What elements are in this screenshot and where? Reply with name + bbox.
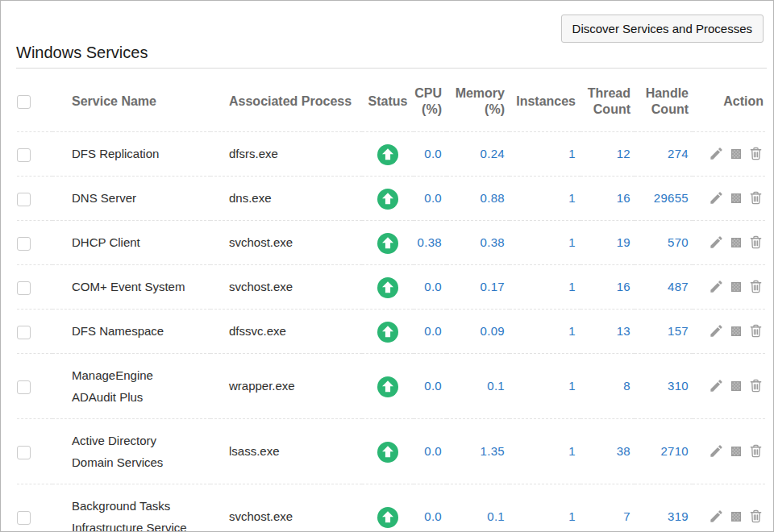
delete-icon[interactable] — [748, 235, 764, 250]
status-up-icon — [377, 277, 398, 298]
cpu-value[interactable]: 0.38 — [414, 220, 447, 264]
thread-count-value[interactable]: 16 — [580, 176, 635, 220]
memory-value[interactable]: 0.1 — [447, 484, 510, 532]
table-row: Active Directory Domain Services lsass.e… — [17, 418, 765, 484]
memory-value[interactable]: 0.09 — [447, 309, 510, 353]
column-header-cpu[interactable]: CPU (%) — [414, 69, 447, 131]
cpu-value[interactable]: 0.0 — [414, 418, 447, 484]
stop-icon[interactable] — [731, 282, 741, 292]
page-title: Windows Services — [16, 43, 773, 62]
edit-icon[interactable] — [709, 279, 724, 294]
row-checkbox[interactable] — [17, 193, 31, 206]
edit-icon[interactable] — [709, 190, 724, 206]
table-row: DFS Namespace dfssvc.exe 0.0 0.09 1 13 1… — [17, 309, 765, 353]
instances-value[interactable]: 1 — [510, 176, 580, 220]
delete-icon[interactable] — [748, 279, 764, 294]
cpu-value[interactable]: 0.0 — [414, 176, 447, 220]
row-checkbox[interactable] — [17, 380, 31, 394]
memory-value[interactable]: 0.17 — [447, 264, 510, 309]
table-row: DFS Replication dfsrs.exe 0.0 0.24 1 12 … — [17, 131, 765, 176]
edit-icon[interactable] — [709, 509, 724, 524]
memory-value[interactable]: 0.88 — [447, 176, 510, 220]
stop-icon[interactable] — [731, 238, 741, 247]
row-checkbox[interactable] — [17, 326, 31, 339]
status-up-icon — [377, 144, 398, 165]
windows-services-panel: Discover Services and Processes Windows … — [0, 0, 774, 532]
status-up-icon — [377, 322, 398, 343]
edit-icon[interactable] — [709, 323, 724, 339]
table-row: COM+ Event System svchost.exe 0.0 0.17 1… — [17, 264, 765, 309]
associated-process: svchost.exe — [210, 220, 362, 264]
stop-icon[interactable] — [731, 149, 741, 159]
delete-icon[interactable] — [748, 378, 764, 393]
thread-count-value[interactable]: 16 — [580, 264, 635, 309]
instances-value[interactable]: 1 — [510, 484, 580, 532]
thread-count-value[interactable]: 7 — [580, 484, 635, 532]
handle-count-value[interactable]: 570 — [635, 220, 693, 264]
delete-icon[interactable] — [748, 443, 764, 459]
handle-count-value[interactable]: 29655 — [635, 176, 693, 220]
thread-count-value[interactable]: 19 — [580, 220, 635, 264]
edit-icon[interactable] — [709, 378, 724, 393]
service-name: DFS Namespace — [72, 320, 197, 342]
column-header-handle-count[interactable]: Handle Count — [635, 69, 693, 131]
instances-value[interactable]: 1 — [510, 220, 580, 264]
column-header-action[interactable]: Action — [693, 69, 765, 131]
select-all-checkbox[interactable] — [17, 95, 31, 109]
handle-count-value[interactable]: 319 — [635, 484, 693, 532]
thread-count-value[interactable]: 8 — [580, 353, 635, 418]
thread-count-value[interactable]: 13 — [580, 309, 635, 353]
row-checkbox[interactable] — [17, 446, 31, 459]
handle-count-value[interactable]: 274 — [635, 131, 693, 176]
stop-icon[interactable] — [731, 512, 741, 522]
associated-process: wrapper.exe — [210, 353, 362, 418]
cpu-value[interactable]: 0.0 — [414, 264, 447, 309]
stop-icon[interactable] — [731, 193, 741, 203]
column-header-instances[interactable]: Instances — [510, 69, 580, 131]
service-name: COM+ Event System — [72, 276, 197, 297]
handle-count-value[interactable]: 157 — [635, 309, 693, 353]
thread-count-value[interactable]: 38 — [580, 418, 635, 484]
delete-icon[interactable] — [748, 509, 764, 524]
instances-value[interactable]: 1 — [510, 418, 580, 484]
cpu-value[interactable]: 0.0 — [414, 353, 447, 418]
table-row: Background Tasks Infrastructure Service … — [17, 484, 765, 532]
handle-count-value[interactable]: 2710 — [635, 418, 693, 484]
thread-count-value[interactable]: 12 — [580, 131, 635, 176]
stop-icon[interactable] — [731, 447, 741, 456]
row-checkbox[interactable] — [17, 281, 31, 295]
column-header-status[interactable]: Status — [362, 69, 414, 131]
edit-icon[interactable] — [709, 146, 724, 161]
delete-icon[interactable] — [748, 146, 764, 161]
memory-value[interactable]: 0.1 — [447, 353, 510, 418]
column-header-associated-process[interactable]: Associated Process — [210, 69, 362, 131]
cpu-value[interactable]: 0.0 — [414, 309, 447, 353]
column-header-service-name[interactable]: Service Name — [52, 69, 210, 131]
edit-icon[interactable] — [709, 235, 724, 250]
instances-value[interactable]: 1 — [510, 353, 580, 418]
row-checkbox[interactable] — [17, 511, 31, 525]
row-checkbox[interactable] — [17, 237, 31, 251]
table-row: DNS Server dns.exe 0.0 0.88 1 16 29655 — [17, 176, 765, 220]
cpu-value[interactable]: 0.0 — [414, 131, 447, 176]
column-header-thread-count[interactable]: Thread Count — [580, 69, 635, 131]
instances-value[interactable]: 1 — [510, 264, 580, 309]
instances-value[interactable]: 1 — [510, 309, 580, 353]
associated-process: svchost.exe — [210, 484, 362, 532]
discover-services-button[interactable]: Discover Services and Processes — [561, 15, 764, 43]
edit-icon[interactable] — [709, 443, 724, 459]
handle-count-value[interactable]: 310 — [635, 353, 693, 418]
cpu-value[interactable]: 0.0 — [414, 484, 447, 532]
delete-icon[interactable] — [748, 190, 764, 206]
stop-icon[interactable] — [731, 326, 741, 336]
stop-icon[interactable] — [731, 381, 741, 391]
memory-value[interactable]: 1.35 — [447, 418, 510, 484]
delete-icon[interactable] — [748, 323, 764, 339]
column-header-memory[interactable]: Memory (%) — [447, 69, 510, 131]
associated-process: svchost.exe — [210, 264, 362, 309]
memory-value[interactable]: 0.24 — [447, 131, 510, 176]
row-checkbox[interactable] — [17, 148, 31, 162]
instances-value[interactable]: 1 — [510, 131, 580, 176]
memory-value[interactable]: 0.38 — [447, 220, 510, 264]
handle-count-value[interactable]: 487 — [635, 264, 693, 309]
